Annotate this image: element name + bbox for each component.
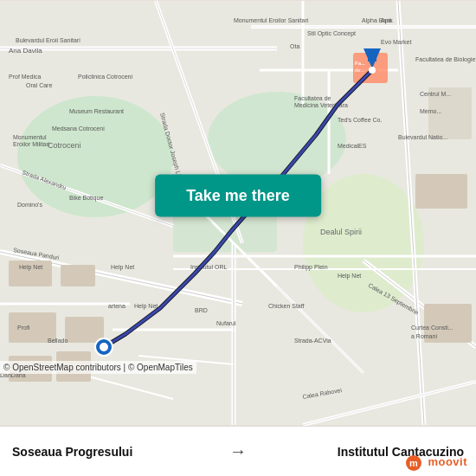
svg-text:a Romani: a Romani (411, 333, 437, 339)
svg-rect-36 (61, 265, 95, 286)
route-from-label: Soseaua Progresului (12, 445, 221, 459)
svg-text:de...: de... (355, 68, 365, 73)
svg-text:Chicken Staff: Chicken Staff (268, 303, 305, 309)
svg-text:Strada-ACVia: Strada-ACVia (294, 338, 331, 344)
svg-text:Oral Care: Oral Care (26, 82, 52, 88)
moovit-logo: m moovit (406, 455, 467, 471)
route-arrow-icon: → (229, 441, 247, 461)
svg-text:Stil Optic Concept: Stil Optic Concept (307, 30, 356, 37)
svg-text:Museum Restaurant: Museum Restaurant (69, 108, 124, 114)
svg-text:Bellado: Bellado (48, 338, 68, 344)
svg-text:Prof Medica: Prof Medica (9, 74, 41, 80)
svg-text:Help Net: Help Net (19, 264, 42, 271)
svg-text:Bulevardul Eroii Sanitari: Bulevardul Eroii Sanitari (16, 37, 80, 43)
svg-rect-41 (415, 174, 467, 209)
svg-text:Curtea Consti...: Curtea Consti... (411, 325, 453, 331)
svg-point-96 (100, 343, 108, 351)
svg-rect-98 (368, 48, 376, 61)
svg-text:BRD: BRD (195, 307, 208, 313)
map-container: Cotroceni Dealul Spirii Bulevardul Eroii… (0, 0, 476, 426)
svg-text:Help Net: Help Net (111, 264, 134, 271)
svg-text:Eroilor Militari: Eroilor Militari (13, 141, 50, 147)
svg-text:Philipp Plein: Philipp Plein (294, 264, 328, 271)
svg-text:Domino's: Domino's (17, 202, 42, 208)
svg-text:MedicalES: MedicalES (338, 143, 367, 149)
app: Cotroceni Dealul Spirii Bulevardul Eroii… (0, 0, 476, 476)
svg-text:artena: artena (108, 303, 125, 309)
svg-text:Nufarul: Nufarul (216, 320, 236, 326)
svg-text:Memo...: Memo... (420, 108, 441, 114)
svg-rect-38 (65, 317, 104, 343)
svg-text:Ted's Coffee Co.: Ted's Coffee Co. (338, 117, 382, 123)
svg-text:Cotroceni: Cotroceni (48, 141, 81, 150)
svg-text:Monumentul Eroilor Sanitari: Monumentul Eroilor Sanitari (234, 17, 309, 23)
take-me-there-button[interactable]: Take me there (155, 175, 321, 217)
svg-text:Fa...: Fa... (355, 61, 365, 66)
svg-text:Facultatea de: Facultatea de (294, 95, 331, 101)
moovit-text: moovit (428, 455, 467, 468)
bottom-bar: Soseaua Progresului → Institutul Cantacu… (0, 426, 476, 476)
svg-text:Profi: Profi (17, 325, 30, 331)
svg-text:Facultatea de Biologie: Facultatea de Biologie (415, 56, 475, 63)
svg-text:Evo Market: Evo Market (381, 39, 411, 45)
svg-text:Help Net: Help Net (338, 273, 361, 280)
svg-text:Bike Botique: Bike Botique (69, 195, 103, 202)
svg-text:Policlinica Cotroceni: Policlinica Cotroceni (78, 74, 132, 80)
svg-text:Apa: Apa (381, 17, 392, 24)
svg-text:Dealul Spirii: Dealul Spirii (320, 228, 362, 236)
svg-text:Centrul M...: Centrul M... (420, 91, 451, 97)
moovit-icon: m (406, 455, 421, 471)
svg-text:Monumentul: Monumentul (13, 134, 47, 140)
svg-text:Help Net: Help Net (134, 303, 158, 310)
svg-text:Bulevardul Natio...: Bulevardul Natio... (398, 134, 447, 140)
svg-text:Medsana Cotroceni: Medsana Cotroceni (52, 125, 105, 132)
svg-point-99 (369, 67, 376, 74)
svg-text:Ota: Ota (290, 43, 299, 49)
map-attribution: © OpenStreetMap contributors | © OpenMap… (0, 361, 196, 374)
svg-text:Ana Davila: Ana Davila (9, 47, 42, 55)
